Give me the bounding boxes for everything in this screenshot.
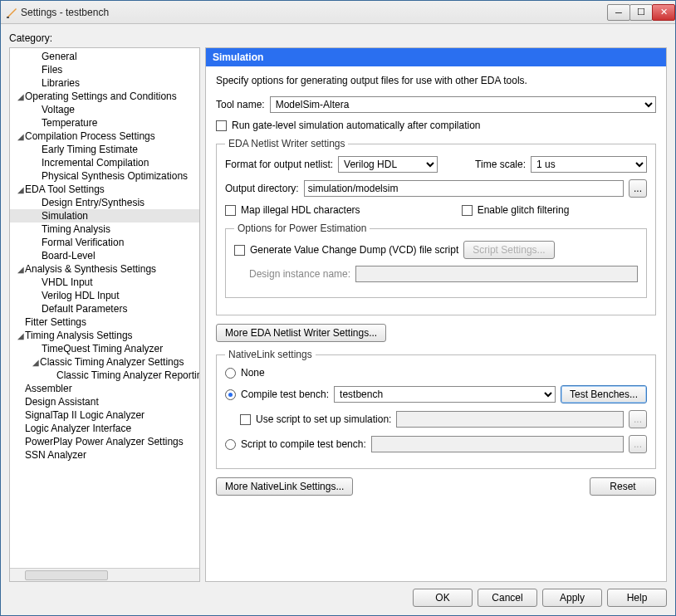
tool-name-select[interactable]: ModelSim-Altera <box>270 96 656 113</box>
tree-item[interactable]: ◢Compilation Process Settings <box>10 130 199 143</box>
tree-item[interactable]: ◢Analysis & Synthesis Settings <box>10 262 199 276</box>
more-nativelink-button[interactable]: More NativeLink Settings... <box>216 477 353 496</box>
tree-item[interactable]: General <box>10 50 199 63</box>
app-icon <box>6 7 17 18</box>
tree-item-label: VHDL Input <box>42 276 93 288</box>
tree-item[interactable]: Verilog HDL Input <box>10 289 199 302</box>
glitch-checkbox[interactable] <box>462 205 473 216</box>
maximize-button[interactable]: ☐ <box>629 4 653 21</box>
tree-item-label: Logic Analyzer Interface <box>25 423 131 434</box>
tree-item[interactable]: Default Parameters <box>10 302 199 315</box>
map-illegal-checkbox[interactable] <box>225 205 236 216</box>
tree-item[interactable]: Files <box>10 63 199 76</box>
dialog-buttons: OK Cancel Apply Help <box>9 582 667 607</box>
help-button[interactable]: Help <box>607 589 667 607</box>
close-button[interactable]: ✕ <box>652 4 675 21</box>
design-instance-label: Design instance name: <box>249 268 350 280</box>
tree-item-label: Voltage <box>42 104 75 115</box>
ok-button[interactable]: OK <box>413 589 473 607</box>
output-dir-browse-button[interactable]: ... <box>629 179 647 198</box>
timescale-select[interactable]: 1 us <box>531 156 647 173</box>
nl-script-radio[interactable] <box>225 439 236 450</box>
use-script-label: Use script to set up simulation: <box>256 413 391 425</box>
tree-item[interactable]: Timing Analysis <box>10 222 199 236</box>
nl-none-radio[interactable] <box>225 368 236 379</box>
tree-item-label: Early Timing Estimate <box>42 144 138 155</box>
tree-item[interactable]: Physical Synthesis Optimizations <box>10 169 199 183</box>
tree-item[interactable]: Libraries <box>10 76 199 90</box>
tree-item[interactable]: Logic Analyzer Interface <box>10 422 199 435</box>
tree-item[interactable]: ◢EDA Tool Settings <box>10 183 199 196</box>
collapse-icon[interactable]: ◢ <box>17 185 25 194</box>
tree-item[interactable]: Incremental Compilation <box>10 156 199 169</box>
tree-item-label: Timing Analysis <box>42 223 110 235</box>
nl-script-input <box>371 436 624 452</box>
tree-list[interactable]: GeneralFilesLibraries◢Operating Settings… <box>10 48 199 568</box>
nl-compile-label: Compile test bench: <box>241 389 329 400</box>
design-instance-input <box>355 266 638 282</box>
more-eda-row: More EDA Netlist Writer Settings... <box>216 324 656 342</box>
window-title: Settings - testbench <box>21 7 109 18</box>
category-label: Category: <box>9 32 667 44</box>
tree-item[interactable]: Formal Verification <box>10 236 199 249</box>
tree-item[interactable]: Early Timing Estimate <box>10 143 199 156</box>
settings-window: Settings - testbench ─ ☐ ✕ Category: Gen… <box>0 0 676 616</box>
tree-item[interactable]: Fitter Settings <box>10 315 199 329</box>
nl-script-browse-button: ... <box>629 435 647 453</box>
tree-item-label: Incremental Compilation <box>42 157 149 169</box>
vcd-checkbox[interactable] <box>234 245 245 256</box>
tree-item[interactable]: ◢Operating Settings and Conditions <box>10 90 199 103</box>
nl-compile-select[interactable]: testbench <box>334 386 556 403</box>
nl-none-label: None <box>241 367 265 379</box>
tree-item[interactable]: SSN Analyzer <box>10 448 199 462</box>
content-row: GeneralFilesLibraries◢Operating Settings… <box>9 47 667 582</box>
test-benches-button[interactable]: Test Benches... <box>561 385 647 403</box>
cancel-button[interactable]: Cancel <box>478 589 537 607</box>
tree-item-label: PowerPlay Power Analyzer Settings <box>25 436 184 447</box>
output-dir-input[interactable] <box>304 180 624 197</box>
script-settings-button: Script Settings... <box>463 241 554 259</box>
nl-script-row: Script to compile test bench: ... <box>225 435 647 453</box>
tree-item[interactable]: Design Entry/Synthesis <box>10 196 199 209</box>
scrollbar-thumb[interactable] <box>25 570 108 580</box>
use-script-row: Use script to set up simulation: ... <box>240 410 647 428</box>
tree-item[interactable]: VHDL Input <box>10 276 199 289</box>
tree-item[interactable]: PowerPlay Power Analyzer Settings <box>10 435 199 448</box>
nl-compile-row: Compile test bench: testbench Test Bench… <box>225 385 647 403</box>
tree-item-label: Assembler <box>25 383 72 394</box>
output-dir-row: Output directory: ... <box>225 179 647 198</box>
tree-item[interactable]: Temperature <box>10 116 199 130</box>
tree-item[interactable]: Voltage <box>10 103 199 116</box>
tree-item[interactable]: Design Assistant <box>10 395 199 408</box>
more-eda-button[interactable]: More EDA Netlist Writer Settings... <box>216 324 386 342</box>
tree-h-scrollbar[interactable] <box>10 568 199 581</box>
nl-compile-radio[interactable] <box>225 389 236 400</box>
output-dir-label: Output directory: <box>225 183 299 194</box>
collapse-icon[interactable]: ◢ <box>32 358 40 367</box>
tree-item[interactable]: ◢Classic Timing Analyzer Settings <box>10 355 199 369</box>
collapse-icon[interactable]: ◢ <box>17 132 25 141</box>
format-select[interactable]: Verilog HDL <box>338 156 438 173</box>
nativelink-fieldset: NativeLink settings None Compile test be… <box>216 349 656 469</box>
tree-item[interactable]: Classic Timing Analyzer Reporting <box>10 369 199 382</box>
category-tree: GeneralFilesLibraries◢Operating Settings… <box>9 47 200 582</box>
tree-item[interactable]: ◢Timing Analysis Settings <box>10 329 199 342</box>
tree-item-label: Libraries <box>42 77 80 89</box>
collapse-icon[interactable]: ◢ <box>17 331 25 340</box>
tree-item[interactable]: Simulation <box>10 209 199 222</box>
tree-item[interactable]: SignalTap II Logic Analyzer <box>10 408 199 422</box>
tree-item[interactable]: TimeQuest Timing Analyzer <box>10 342 199 355</box>
apply-button[interactable]: Apply <box>542 589 602 607</box>
tree-item-label: Physical Synthesis Optimizations <box>42 170 188 182</box>
use-script-checkbox[interactable] <box>240 414 251 425</box>
collapse-icon[interactable]: ◢ <box>17 265 25 274</box>
minimize-button[interactable]: ─ <box>607 4 630 21</box>
tree-item[interactable]: Assembler <box>10 382 199 395</box>
tree-item[interactable]: Board-Level <box>10 249 199 262</box>
svg-rect-0 <box>7 17 9 18</box>
run-gate-checkbox[interactable] <box>216 120 227 131</box>
reset-button[interactable]: Reset <box>590 477 656 496</box>
nl-none-row: None <box>225 367 647 379</box>
nativelink-footer: More NativeLink Settings... Reset <box>216 477 656 496</box>
collapse-icon[interactable]: ◢ <box>17 92 25 101</box>
